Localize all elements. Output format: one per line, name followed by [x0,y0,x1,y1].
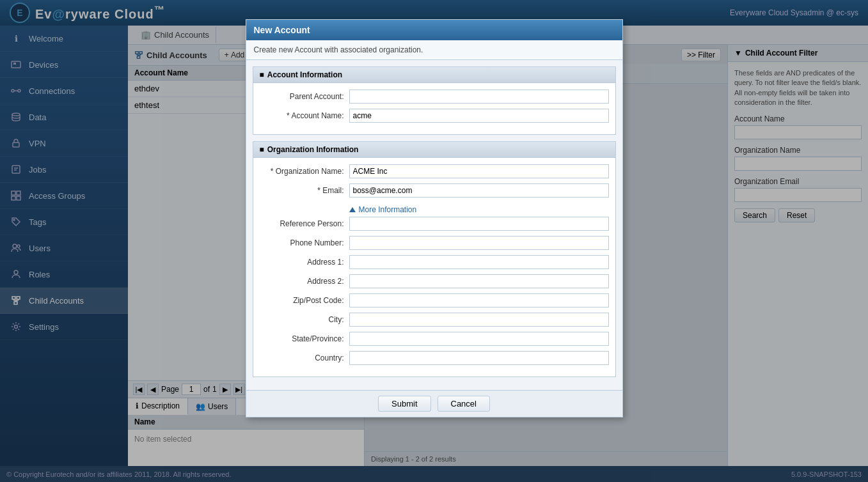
account-info-body: Parent Account: * Account Name: [253,83,615,134]
ref-person-input[interactable] [349,217,609,231]
state-label: State/Province: [260,334,349,343]
email-label: * Email: [260,186,349,195]
address1-input[interactable] [349,255,609,269]
ref-person-label: Reference Person: [260,219,349,228]
phone-label: Phone Number: [260,238,349,247]
zipcode-row: Zip/Post Code: [260,293,609,307]
parent-account-label: Parent Account: [260,92,349,101]
expand-icon [349,207,356,212]
zipcode-label: Zip/Post Code: [260,296,349,305]
address1-row: Address 1: [260,255,609,269]
zipcode-input[interactable] [349,293,609,307]
org-name-row: * Organization Name: [260,164,609,178]
address1-label: Address 1: [260,258,349,267]
modal-overlay: New Account Create new Account with asso… [0,0,868,482]
parent-account-input[interactable] [349,89,609,104]
address2-row: Address 2: [260,274,609,288]
new-account-modal: New Account Create new Account with asso… [246,19,623,417]
account-info-title: Account Information [267,70,342,79]
submit-button[interactable]: Submit [378,396,430,412]
cancel-button[interactable]: Cancel [438,396,490,412]
parent-account-row: Parent Account: [260,89,609,104]
city-input[interactable] [349,313,609,327]
modal-header: New Account [246,20,622,40]
city-row: City: [260,313,609,327]
country-row: Country: [260,351,609,365]
email-row: * Email: [260,183,609,198]
org-info-body: * Organization Name: * Email: More Infor… [253,158,615,377]
account-info-section: ■ Account Information Parent Account: * … [253,66,616,135]
account-name-input[interactable] [349,109,609,123]
email-input[interactable] [349,183,609,198]
account-info-header: ■ Account Information [253,67,615,83]
org-info-section: ■ Organization Information * Organizatio… [253,141,616,377]
org-info-icon: ■ [260,145,264,154]
phone-input[interactable] [349,236,609,250]
org-name-input[interactable] [349,164,609,178]
ref-person-row: Reference Person: [260,217,609,231]
account-info-icon: ■ [260,70,264,79]
modal-footer: Submit Cancel [246,390,622,417]
org-info-header: ■ Organization Information [253,142,615,158]
more-info-label: More Information [359,205,417,214]
more-info-toggle[interactable]: More Information [260,203,609,217]
state-input[interactable] [349,332,609,346]
account-name-row: * Account Name: [260,109,609,123]
country-label: Country: [260,354,349,362]
account-name-label: * Account Name: [260,111,349,120]
org-info-title: Organization Information [267,145,359,154]
org-name-label: * Organization Name: [260,167,349,176]
address2-label: Address 2: [260,277,349,286]
country-input[interactable] [349,351,609,365]
modal-body: ■ Account Information Parent Account: * … [246,60,622,390]
state-row: State/Province: [260,332,609,346]
city-label: City: [260,315,349,324]
address2-input[interactable] [349,274,609,288]
phone-row: Phone Number: [260,236,609,250]
modal-subheader: Create new Account with associated organ… [246,40,622,60]
